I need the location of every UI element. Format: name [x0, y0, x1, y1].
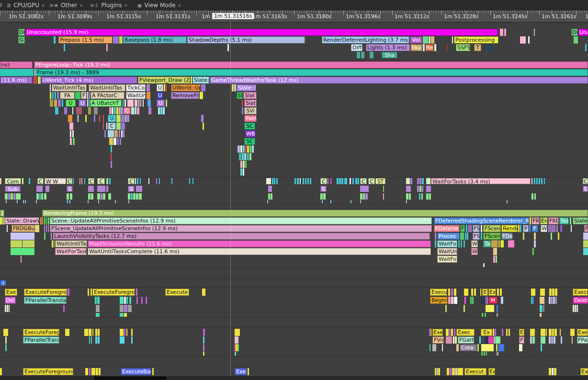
timing-tick[interactable]: [81, 178, 82, 184]
timing-tick[interactable]: [456, 344, 459, 351]
timing-event[interactable]: (11.6 ms): [0, 77, 33, 84]
timing-tick[interactable]: [121, 123, 125, 130]
timing-tick[interactable]: [40, 217, 42, 224]
timing-tick[interactable]: [133, 193, 136, 200]
timing-event[interactable]: SC: [244, 138, 255, 145]
timing-tick[interactable]: [89, 336, 90, 344]
timing-tick[interactable]: [574, 36, 578, 44]
timing-tick[interactable]: [191, 77, 192, 84]
timing-tick[interactable]: [358, 178, 359, 184]
timing-tick[interactable]: [361, 52, 364, 58]
timing-event[interactable]: WaitForTask: [55, 248, 87, 255]
timing-tick[interactable]: [571, 225, 572, 232]
timing-tick[interactable]: [452, 36, 453, 44]
timing-tick[interactable]: [73, 178, 74, 184]
timing-tick[interactable]: [111, 153, 112, 160]
timing-tick[interactable]: [494, 336, 495, 344]
timing-tick[interactable]: [113, 138, 116, 145]
timing-tick[interactable]: [23, 200, 24, 203]
timing-tick[interactable]: [330, 178, 331, 184]
timing-event[interactable]: C: [320, 178, 327, 184]
timing-tick[interactable]: [501, 240, 504, 247]
timing-tick[interactable]: [35, 225, 39, 232]
timing-event[interactable]: U: [108, 115, 116, 122]
timing-tick[interactable]: [461, 240, 462, 247]
timing-event[interactable]: U: [79, 100, 86, 107]
timing-tick[interactable]: [435, 233, 436, 240]
timing-tick[interactable]: [519, 344, 522, 351]
timing-tick[interactable]: [96, 313, 100, 317]
timing-tick[interactable]: [109, 178, 111, 184]
timing-event[interactable]: Lights (1.3 ms): [366, 44, 410, 51]
timing-event[interactable]: BeginI: [430, 297, 448, 304]
timing-tick[interactable]: [137, 107, 139, 114]
timing-tick[interactable]: [460, 233, 464, 240]
timing-tick[interactable]: [242, 100, 243, 107]
timing-tick[interactable]: [305, 178, 306, 184]
timing-tick[interactable]: [548, 225, 550, 232]
timing-event[interactable]: FScen: [483, 233, 501, 240]
timing-event[interactable]: C: [108, 123, 116, 130]
timing-tick[interactable]: [268, 186, 272, 192]
timing-tick[interactable]: [13, 193, 15, 200]
timing-tick[interactable]: [55, 92, 56, 99]
timing-tick[interactable]: [426, 193, 429, 200]
timing-event[interactable]: U: [157, 100, 165, 107]
timing-tick[interactable]: [383, 193, 384, 200]
timing-event[interactable]: Pain: [244, 115, 257, 122]
timing-tick[interactable]: [541, 336, 545, 344]
timing-tick[interactable]: [486, 297, 486, 304]
timing-tick[interactable]: [136, 193, 138, 200]
timing-tick[interactable]: [22, 178, 23, 184]
timing-tick[interactable]: [36, 200, 37, 203]
timing-tick[interactable]: [486, 352, 487, 356]
timing-tick[interactable]: [540, 305, 542, 312]
timing-tick[interactable]: [570, 329, 575, 336]
timing-tick[interactable]: [355, 178, 357, 184]
timing-event[interactable]: W: [471, 248, 478, 255]
timing-tick[interactable]: [68, 115, 72, 122]
timing-tick[interactable]: [11, 233, 34, 240]
timing-tick[interactable]: [426, 178, 430, 184]
timing-tick[interactable]: [357, 52, 360, 58]
timing-tick[interactable]: [99, 115, 100, 122]
timing-tick[interactable]: [126, 297, 128, 304]
timing-event[interactable]: FDeferredShadingSceneRenderer_Ren: [434, 217, 529, 224]
timing-tick[interactable]: [323, 193, 326, 200]
timing-tick[interactable]: [409, 193, 411, 200]
timing-event[interactable]: Una: [578, 29, 588, 36]
timing-tick[interactable]: [506, 329, 508, 336]
timing-tick[interactable]: [274, 178, 275, 184]
timing-tick[interactable]: [520, 36, 526, 44]
timing-tick[interactable]: [121, 130, 123, 137]
timing-event[interactable]: UWorld_Tick (4 ms): [41, 77, 137, 84]
timing-event[interactable]: FEngineLoop::Tick (19.3 ms): [34, 61, 588, 68]
timing-tick[interactable]: [556, 225, 558, 232]
timing-tick[interactable]: [89, 100, 90, 107]
timing-tick[interactable]: [493, 256, 495, 263]
timing-tick[interactable]: [419, 193, 420, 200]
timing-tick[interactable]: [116, 107, 118, 114]
timing-tick[interactable]: [141, 297, 143, 304]
timing-tick[interactable]: [454, 289, 456, 296]
timing-tick[interactable]: [203, 344, 204, 351]
timing-event[interactable]: ExecuteForegro: [92, 289, 135, 296]
timing-tick[interactable]: [131, 107, 134, 114]
timing-event[interactable]: l: [0, 280, 6, 286]
timing-tick[interactable]: [85, 115, 87, 122]
timing-tick[interactable]: [124, 329, 125, 336]
timing-event[interactable]: Exe: [577, 329, 588, 336]
timing-tick[interactable]: [235, 329, 240, 336]
timing-tick[interactable]: [534, 240, 536, 247]
timing-tick[interactable]: [447, 368, 449, 375]
timing-tick[interactable]: [458, 240, 460, 247]
timing-event[interactable]: ns): [0, 61, 33, 68]
timing-tick[interactable]: [470, 297, 472, 304]
timing-event[interactable]: F: [460, 225, 465, 232]
timing-tick[interactable]: [549, 336, 551, 344]
timing-tick[interactable]: [0, 368, 2, 375]
timing-tick[interactable]: [136, 186, 142, 192]
timing-tick[interactable]: [328, 178, 328, 184]
timing-tick[interactable]: [52, 240, 53, 247]
timing-tick[interactable]: [50, 84, 51, 91]
